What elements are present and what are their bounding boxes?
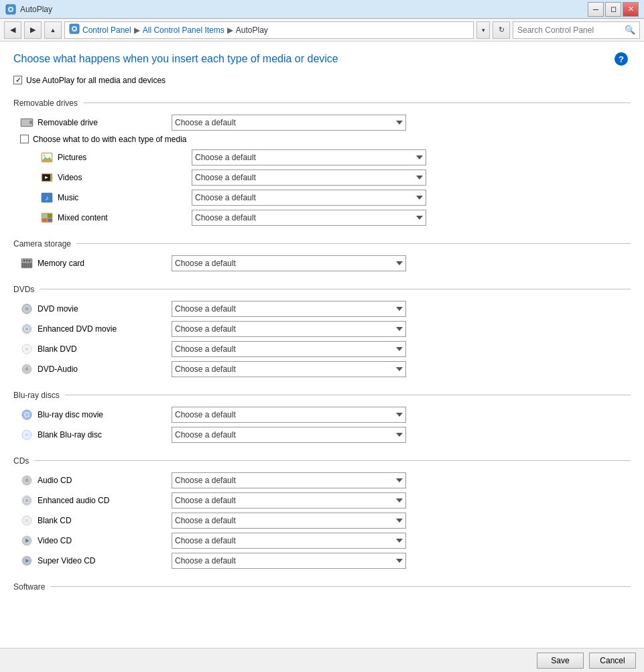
cancel-button[interactable]: Cancel (589, 653, 636, 669)
memory-card-label: Memory card (38, 259, 172, 268)
svg-rect-23 (48, 214, 52, 218)
save-button[interactable]: Save (537, 653, 584, 669)
mixed-content-select[interactable]: Choose a default (192, 210, 426, 226)
item-row-enhanced-dvd: Enhanced DVD movie Choose a default (13, 321, 631, 337)
svg-rect-24 (42, 218, 47, 222)
media-type-checkbox[interactable] (20, 135, 29, 143)
videos-icon (40, 171, 54, 184)
enhanced-audio-cd-select[interactable]: Choose a default (172, 492, 406, 509)
restore-button[interactable]: ◻ (605, 2, 621, 17)
pictures-select[interactable]: Choose a default (192, 149, 426, 165)
pictures-label: Pictures (58, 153, 192, 162)
close-button[interactable]: ✕ (623, 2, 639, 17)
item-row-dvd-movie: DVD movie Choose a default (13, 301, 631, 317)
section-cds-title: CDs (13, 456, 34, 466)
enhanced-dvd-select[interactable]: Choose a default (172, 321, 406, 337)
section-cds: CDs ♪ Audio CD Choose a default (13, 456, 631, 569)
svg-rect-22 (42, 214, 47, 218)
audio-cd-select[interactable]: Choose a default (172, 472, 406, 488)
mixed-content-label: Mixed content (58, 213, 192, 222)
dvd-audio-icon: ♪ (20, 362, 34, 376)
super-video-cd-icon (20, 554, 34, 567)
help-button[interactable]: ? (615, 52, 628, 66)
svg-rect-31 (22, 263, 23, 267)
search-box: 🔍 (513, 21, 640, 39)
svg-point-30 (29, 259, 31, 261)
svg-text:♪: ♪ (46, 194, 49, 202)
section-dvds-title: DVDs (13, 285, 40, 294)
blank-bluray-select[interactable]: Choose a default (172, 427, 406, 443)
svg-rect-18 (51, 178, 52, 180)
memory-card-select[interactable]: Choose a default (172, 255, 406, 271)
enhanced-dvd-label: Enhanced DVD movie (38, 324, 172, 334)
item-row-bluray-movie: Blu-ray disc movie Choose a default (13, 407, 631, 423)
svg-rect-32 (24, 263, 25, 267)
bottom-bar: Save Cancel (0, 648, 644, 672)
search-input[interactable] (517, 25, 622, 35)
item-row-blank-bluray: Blank Blu-ray disc Choose a default (13, 427, 631, 443)
item-row-pictures: Pictures Choose a default (13, 149, 631, 165)
section-camera-storage-title: Camera storage (13, 239, 76, 249)
removable-drive-select[interactable]: Choose a default (172, 115, 406, 131)
section-camera-storage: Camera storage (13, 239, 631, 271)
pictures-icon (40, 151, 54, 164)
music-icon: ♪ (40, 191, 54, 204)
section-dvds: DVDs DVD movie Choose a default (13, 285, 631, 377)
blank-cd-select[interactable]: Choose a default (172, 513, 406, 529)
videos-select[interactable]: Choose a default (192, 170, 426, 186)
minimize-button[interactable]: ─ (588, 2, 604, 17)
enhanced-dvd-icon (20, 322, 34, 336)
music-select[interactable]: Choose a default (192, 190, 426, 206)
up-button[interactable]: ▲ (44, 21, 62, 39)
address-dropdown-button[interactable]: ▾ (476, 21, 490, 39)
section-bluray: Blu-ray discs Blu-ray disc movie Choose … (13, 391, 631, 443)
video-cd-select[interactable]: Choose a default (172, 533, 406, 549)
blank-cd-icon (20, 514, 34, 527)
section-software: Software (13, 582, 631, 592)
super-video-cd-select[interactable]: Choose a default (172, 553, 406, 569)
dvd-audio-label: DVD-Audio (38, 364, 172, 374)
blank-dvd-label: Blank DVD (38, 344, 172, 354)
blank-cd-label: Blank CD (38, 516, 172, 525)
titlebar: AutoPlay ─ ◻ ✕ (0, 0, 644, 19)
breadcrumb-control-panel[interactable]: Control Panel (82, 25, 131, 35)
svg-rect-16 (51, 174, 52, 176)
breadcrumb-bar: Control Panel ▶ All Control Panel Items … (64, 21, 474, 39)
mixed-content-icon (40, 211, 54, 224)
item-row-enhanced-audio-cd: Enhanced audio CD Choose a default (13, 492, 631, 509)
super-video-cd-label: Super Video CD (38, 556, 172, 565)
forward-button[interactable]: ▶ (24, 21, 42, 39)
section-software-title: Software (13, 582, 50, 592)
svg-rect-34 (28, 263, 29, 267)
search-icon: 🔍 (625, 25, 635, 35)
svg-rect-33 (26, 263, 27, 267)
autoplay-checkbox[interactable] (13, 76, 22, 84)
bluray-movie-select[interactable]: Choose a default (172, 407, 406, 423)
item-row-audio-cd: ♪ Audio CD Choose a default (13, 472, 631, 488)
media-type-checkbox-row: Choose what to do with each type of medi… (13, 135, 631, 144)
page-title: Choose what happens when you insert each… (13, 52, 631, 66)
enhanced-audio-cd-label: Enhanced audio CD (38, 496, 172, 505)
breadcrumb-icon (69, 23, 80, 36)
back-button[interactable]: ◀ (4, 21, 21, 39)
svg-point-49 (26, 368, 27, 370)
breadcrumb-current: AutoPlay (236, 25, 268, 35)
item-row-videos: Videos Choose a default (13, 170, 631, 186)
refresh-button[interactable]: ↻ (493, 21, 510, 39)
video-cd-label: Video CD (38, 536, 172, 545)
addressbar: ◀ ▶ ▲ Control Panel ▶ All Control Panel … (0, 19, 644, 42)
dvd-audio-select[interactable]: Choose a default (172, 361, 406, 377)
dvd-movie-select[interactable]: Choose a default (172, 301, 406, 317)
item-row-dvd-audio: ♪ DVD-Audio Choose a default (13, 361, 631, 377)
blank-dvd-select[interactable]: Choose a default (172, 341, 406, 357)
app-icon (5, 4, 16, 15)
enhanced-audio-cd-icon (20, 494, 34, 507)
breadcrumb-all-items[interactable]: All Control Panel Items (143, 25, 224, 35)
dvd-movie-label: DVD movie (38, 304, 172, 314)
removable-drive-icon (20, 116, 34, 129)
audio-cd-icon: ♪ (20, 474, 34, 487)
section-removable-drives-title: Removable drives (13, 98, 83, 108)
blank-bluray-label: Blank Blu-ray disc (38, 430, 172, 440)
blank-bluray-icon (20, 428, 34, 442)
svg-point-68 (26, 520, 27, 521)
